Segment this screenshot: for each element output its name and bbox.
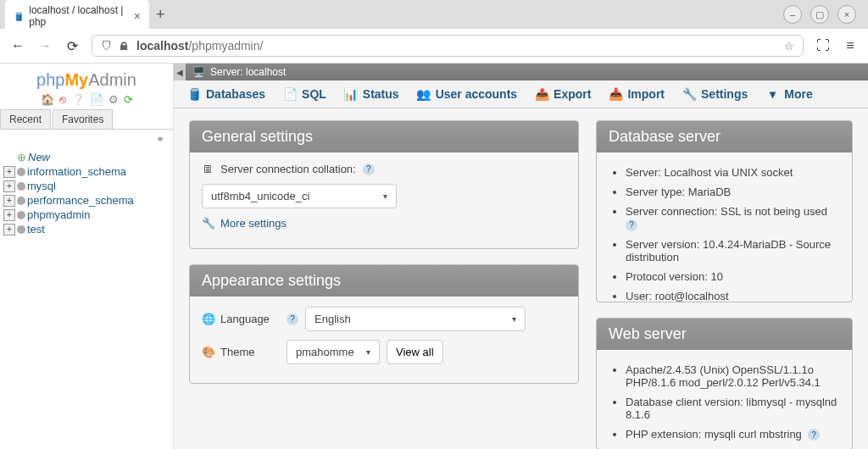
reload-nav-icon[interactable]: ⟳ xyxy=(124,93,133,106)
address-bar[interactable]: ⛉ 🔒︎ localhost/phpmyadmin/ ☆ xyxy=(92,35,804,57)
sidebar: phpMyAdmin 🏠 ⎋ ❔ 📄 ⚙ ⟳ Recent Favorites … xyxy=(0,64,174,449)
expand-icon[interactable]: + xyxy=(3,209,15,221)
menu-icon[interactable]: ≡ xyxy=(843,38,858,53)
window-controls: – ▢ × xyxy=(783,5,863,24)
expand-icon[interactable]: + xyxy=(3,166,15,178)
expand-icon[interactable]: + xyxy=(3,224,15,236)
home-icon[interactable]: 🏠 xyxy=(41,93,54,106)
logout-icon[interactable]: ⎋ xyxy=(59,93,66,106)
maximize-button[interactable]: ▢ xyxy=(810,5,829,24)
collation-select[interactable]: utf8mb4_unicode_ci ▾ xyxy=(202,184,397,208)
help-icon[interactable]: ? xyxy=(808,429,820,441)
db-server-info-item: Server: Localhost via UNIX socket xyxy=(626,163,840,182)
url-text[interactable]: localhost/phpmyadmin/ xyxy=(136,39,777,53)
link-icon[interactable]: ⚭ xyxy=(0,130,173,148)
expand-icon[interactable]: + xyxy=(3,180,15,192)
sidebar-tab-recent[interactable]: Recent xyxy=(0,109,51,129)
tab-user-accounts[interactable]: 👥 User accounts xyxy=(409,80,526,108)
tree-item-test[interactable]: + test xyxy=(3,222,170,236)
tree-item-mysql[interactable]: + mysql xyxy=(3,179,170,193)
web-server-info-item: PHP version: 8.1.6 xyxy=(626,444,840,449)
tab-title: localhost / localhost | php xyxy=(29,4,129,28)
database-server-title: Database server xyxy=(597,121,852,152)
wrench-icon: 🔧 xyxy=(202,217,214,230)
databases-icon: 🛢️ xyxy=(187,87,201,101)
db-server-info-item: Protocol version: 10 xyxy=(626,267,840,286)
sql-icon[interactable]: 📄 xyxy=(90,93,103,106)
collation-icon: 🗏 xyxy=(202,163,214,175)
gear-icon[interactable]: ⚙ xyxy=(108,93,119,106)
main-area: ◀ 🖥️ Server: localhost 🛢️ Databases 📄 SQ… xyxy=(174,64,868,449)
db-dot-icon xyxy=(17,182,25,191)
minimize-button[interactable]: – xyxy=(783,5,802,24)
status-icon: 📊 xyxy=(344,87,358,101)
close-window-button[interactable]: × xyxy=(837,5,856,24)
tree-item-information-schema[interactable]: + information_schema xyxy=(3,164,170,179)
shield-icon[interactable]: ⛉ xyxy=(101,40,112,53)
server-label: Server: localhost xyxy=(210,66,286,78)
view-all-themes-button[interactable]: View all xyxy=(387,340,443,364)
sql-tab-icon: 📄 xyxy=(283,87,297,101)
phpmyadmin-logo[interactable]: phpMyAdmin xyxy=(0,67,173,91)
tree-item-performance-schema[interactable]: + performance_schema xyxy=(3,193,170,208)
help-icon[interactable]: ? xyxy=(626,219,637,231)
tab-export[interactable]: 📤 Export xyxy=(526,80,600,108)
db-server-info-item: Server connection: SSL is not being used… xyxy=(626,202,840,235)
help-icon[interactable]: ? xyxy=(287,313,298,325)
tab-databases[interactable]: 🛢️ Databases xyxy=(179,80,275,108)
lock-icon[interactable]: 🔒︎ xyxy=(119,40,130,53)
close-tab-icon[interactable]: × xyxy=(134,9,141,23)
collapse-sidebar-handle[interactable]: ◀ xyxy=(174,64,186,80)
tab-more[interactable]: ▾ More xyxy=(757,80,821,108)
appearance-settings-title: Appearance settings xyxy=(190,265,578,297)
favicon-icon: 🛢️ xyxy=(14,10,24,22)
language-select[interactable]: English ▾ xyxy=(305,307,526,331)
db-dot-icon xyxy=(17,211,25,219)
tree-item-phpmyadmin[interactable]: + phpmyadmin xyxy=(3,208,170,222)
language-icon: 🌐 xyxy=(202,313,214,325)
tab-import[interactable]: 📥 Import xyxy=(600,80,674,108)
chevron-down-icon: ▾ xyxy=(366,347,370,357)
tree-new[interactable]: ⊕ New xyxy=(3,150,170,164)
tab-sql[interactable]: 📄 SQL xyxy=(275,80,336,108)
chevron-down-icon: ▾ xyxy=(512,314,516,324)
db-server-info-item: Server version: 10.4.24-MariaDB - Source… xyxy=(626,235,840,267)
db-dot-icon xyxy=(17,168,25,176)
general-settings-panel: General settings 🗏 Server connection col… xyxy=(189,120,579,249)
db-server-info-item: Server type: MariaDB xyxy=(626,182,840,202)
bookmark-icon[interactable]: ☆ xyxy=(784,40,794,53)
users-icon: 👥 xyxy=(417,87,431,101)
sidebar-quick-icons: 🏠 ⎋ ❔ 📄 ⚙ ⟳ xyxy=(0,91,173,109)
back-button[interactable]: ← xyxy=(10,38,25,53)
db-tree: ⊕ New + information_schema + mysql + per… xyxy=(0,148,173,238)
sidebar-tabs: Recent Favorites xyxy=(0,109,173,130)
new-db-icon: ⊕ xyxy=(17,151,26,164)
tab-settings[interactable]: 🔧 Settings xyxy=(674,80,757,108)
appearance-settings-panel: Appearance settings 🌐 Language ? English… xyxy=(189,264,579,384)
browser-tab[interactable]: 🛢️ localhost / localhost | php × xyxy=(5,0,149,33)
web-server-info-item: Apache/2.4.53 (Unix) OpenSSL/1.1.1o PHP/… xyxy=(626,360,840,392)
theme-select[interactable]: pmahomme ▾ xyxy=(287,340,380,364)
reader-icon[interactable]: ⛶ xyxy=(815,38,831,53)
collation-label: Server connection collation: xyxy=(220,163,356,175)
web-server-panel: Web server Apache/2.4.53 (Unix) OpenSSL/… xyxy=(596,318,853,449)
server-bar: 🖥️ Server: localhost xyxy=(186,64,868,80)
expand-icon[interactable]: + xyxy=(3,195,15,207)
sidebar-tab-favorites[interactable]: Favorites xyxy=(53,109,113,129)
chevron-down-icon: ▾ xyxy=(383,191,387,201)
db-dot-icon xyxy=(17,225,25,234)
web-server-info-item: Database client version: libmysql - mysq… xyxy=(626,392,840,424)
browser-nav-bar: ← → ⟳ ⛉ 🔒︎ localhost/phpmyadmin/ ☆ ⛶ ≡ xyxy=(0,29,868,63)
import-icon: 📥 xyxy=(609,87,622,101)
tab-status[interactable]: 📊 Status xyxy=(336,80,409,108)
more-settings-link[interactable]: More settings xyxy=(220,217,287,230)
help-icon[interactable]: ? xyxy=(363,164,375,175)
docs-icon[interactable]: ❔ xyxy=(71,93,85,106)
reload-button[interactable]: ⟳ xyxy=(64,38,80,54)
forward-button[interactable]: → xyxy=(37,38,53,53)
web-server-info-item: PHP extension: mysqli curl mbstring ? xyxy=(626,424,840,445)
chevron-down-icon: ▾ xyxy=(765,87,779,101)
browser-tab-bar: 🛢️ localhost / localhost | php × + – ▢ × xyxy=(0,0,868,29)
new-tab-button[interactable]: + xyxy=(156,6,165,24)
theme-label: Theme xyxy=(220,346,280,358)
